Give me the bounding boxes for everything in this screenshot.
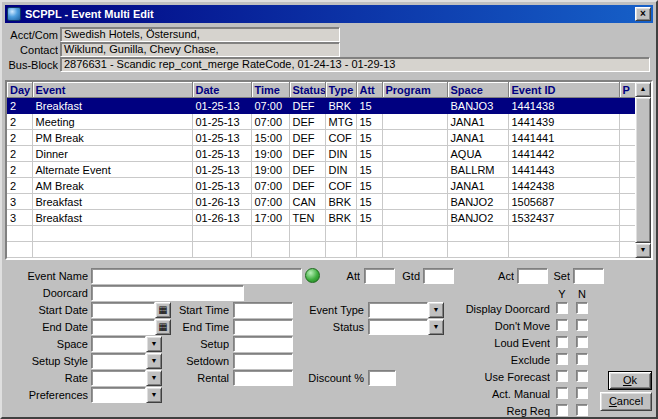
checkbox-display-doorcard-y[interactable]: [556, 302, 568, 314]
doorcard-input[interactable]: [91, 285, 244, 301]
contact-label: Contact: [8, 44, 58, 56]
checkbox-don-t-move-n[interactable]: [576, 319, 588, 331]
set-input[interactable]: [573, 268, 604, 284]
rental-input[interactable]: [233, 370, 293, 386]
cell-program: [382, 114, 447, 130]
column-header-event[interactable]: Event: [32, 82, 192, 98]
column-header-p[interactable]: P: [619, 82, 635, 98]
start-date-calendar-button[interactable]: ▦: [155, 302, 171, 318]
ok-button[interactable]: Ok: [608, 371, 652, 390]
cell-empty: [7, 226, 32, 242]
checkbox-exclude-y[interactable]: [556, 353, 568, 365]
cell-empty: [447, 242, 508, 258]
cell-empty: [619, 226, 635, 242]
cell-empty: [325, 226, 356, 242]
cell-time: 17:00: [251, 210, 289, 226]
scroll-thumb[interactable]: [635, 97, 651, 243]
table-row[interactable]: 2PM Break01-25-1315:00DEFCOF15JANA114414…: [7, 130, 635, 146]
checkbox-reg-req-n[interactable]: [576, 404, 588, 416]
cell-status: CAN: [289, 194, 325, 210]
discount-input[interactable]: [368, 370, 396, 386]
cell-space: JANA1: [447, 178, 508, 194]
cell-empty: [447, 226, 508, 242]
cell-p: [619, 130, 635, 146]
cell-space: BANJO3: [447, 98, 508, 114]
end-date-calendar-button[interactable]: ▦: [155, 319, 171, 335]
cell-date: 01-26-13: [192, 194, 251, 210]
cell-type: COF: [325, 178, 356, 194]
att-input[interactable]: [364, 268, 395, 284]
table-header-row: DayEventDateTimeStatusTypeAttProgramSpac…: [7, 82, 635, 98]
checkbox-act-manual-y[interactable]: [556, 387, 568, 399]
title-bar[interactable]: SCPPL - Event Multi Edit ×: [5, 5, 653, 23]
preferences-input[interactable]: [91, 387, 146, 403]
cancel-button[interactable]: Cancel: [600, 392, 652, 411]
table-row[interactable]: 3Breakfast01-26-1307:00CANBRK15BANJO2150…: [7, 194, 635, 210]
column-header-time[interactable]: Time: [251, 82, 289, 98]
column-header-status[interactable]: Status: [289, 82, 325, 98]
close-button[interactable]: ×: [635, 7, 651, 21]
table-row[interactable]: 2Breakfast01-25-1307:00DEFBRK15BANJO3144…: [7, 98, 635, 114]
checkbox-reg-req-y[interactable]: [556, 404, 568, 416]
table-row[interactable]: 2Meeting01-25-1307:00DEFMTG15JANA1144143…: [7, 114, 635, 130]
vertical-scrollbar[interactable]: ▲ ▼: [635, 82, 651, 258]
gtd-input[interactable]: [423, 268, 454, 284]
event-type-input[interactable]: [368, 302, 428, 318]
cell-space: JANA1: [447, 114, 508, 130]
column-header-date[interactable]: Date: [192, 82, 251, 98]
column-header-program[interactable]: Program: [382, 82, 447, 98]
start-time-input[interactable]: [233, 302, 293, 318]
checkbox-loud-event-n[interactable]: [576, 336, 588, 348]
space-dropdown-button[interactable]: ▼: [146, 336, 162, 352]
checkbox-don-t-move-y[interactable]: [556, 319, 568, 331]
cell-empty: [382, 226, 447, 242]
column-header-space[interactable]: Space: [447, 82, 508, 98]
checkbox-use-forecast-n[interactable]: [576, 370, 588, 382]
end-date-input[interactable]: [91, 319, 155, 335]
cell-status: DEF: [289, 146, 325, 162]
setdown-input[interactable]: [233, 353, 293, 369]
cell-event: AM Break: [32, 178, 192, 194]
cell-status: DEF: [289, 178, 325, 194]
cell-day: 2: [7, 162, 32, 178]
cell-event: PM Break: [32, 130, 192, 146]
setup-style-input[interactable]: [91, 353, 146, 369]
column-header-att[interactable]: Att: [356, 82, 382, 98]
rate-dropdown-button[interactable]: ▼: [146, 370, 162, 386]
preferences-dropdown-button[interactable]: ▼: [146, 387, 162, 403]
column-header-event-id[interactable]: Event ID: [508, 82, 619, 98]
scroll-up-button[interactable]: ▲: [635, 82, 651, 97]
setup-input[interactable]: [233, 336, 293, 352]
rate-input[interactable]: [91, 370, 146, 386]
cell-type: DIN: [325, 162, 356, 178]
status-input[interactable]: [368, 319, 428, 335]
table-row[interactable]: 2Alternate Event01-25-1319:00DEFDIN15BAL…: [7, 162, 635, 178]
setup-style-dropdown-button[interactable]: ▼: [146, 353, 162, 369]
flag-label-act-manual: Act. Manual: [422, 388, 550, 400]
cell-empty: [356, 226, 382, 242]
checkbox-use-forecast-y[interactable]: [556, 370, 568, 382]
table-row[interactable]: 2Dinner01-25-1319:00DEFDIN15AQUA1441442: [7, 146, 635, 162]
setup-style-label: Setup Style: [10, 355, 88, 367]
event-name-lookup-button[interactable]: [305, 268, 320, 283]
end-date-label: End Date: [10, 321, 88, 333]
checkbox-loud-event-y[interactable]: [556, 336, 568, 348]
table-row[interactable]: 2AM Break01-25-1307:00DEFCOF15JANA114424…: [7, 178, 635, 194]
act-label: Act: [486, 270, 514, 282]
cell-event: Alternate Event: [32, 162, 192, 178]
space-input[interactable]: [91, 336, 146, 352]
table-row[interactable]: 3Breakfast01-26-1317:00TENBRK15BANJO2153…: [7, 210, 635, 226]
column-header-day[interactable]: Day: [7, 82, 32, 98]
checkbox-display-doorcard-n[interactable]: [576, 302, 588, 314]
checkbox-act-manual-n[interactable]: [576, 387, 588, 399]
end-time-input[interactable]: [233, 319, 293, 335]
event-name-input[interactable]: [91, 268, 302, 284]
act-input[interactable]: [517, 268, 548, 284]
column-header-type[interactable]: Type: [325, 82, 356, 98]
cell-att: 15: [356, 210, 382, 226]
checkbox-exclude-n[interactable]: [576, 353, 588, 365]
cell-att: 15: [356, 130, 382, 146]
start-date-input[interactable]: [91, 302, 155, 318]
scroll-down-button[interactable]: ▼: [635, 243, 651, 258]
cell-p: [619, 114, 635, 130]
